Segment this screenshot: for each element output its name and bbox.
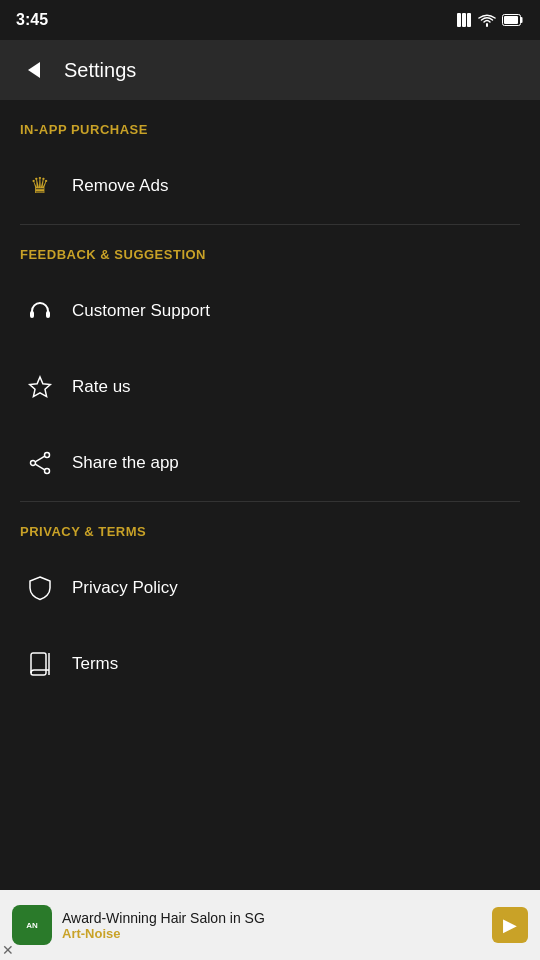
remove-ads-label: Remove Ads: [72, 176, 168, 196]
section-in-app-purchase: IN-APP PURCHASE: [0, 100, 540, 148]
svg-rect-6: [46, 311, 50, 318]
menu-item-share-app[interactable]: Share the app: [0, 425, 540, 501]
terms-label: Terms: [72, 654, 118, 674]
section-privacy-title: PRIVACY & TERMS: [20, 524, 146, 539]
star-icon: [27, 374, 53, 400]
ad-brand: Art-Noise: [62, 926, 492, 941]
menu-item-terms[interactable]: Terms: [0, 626, 540, 702]
svg-rect-4: [504, 16, 518, 24]
svg-rect-1: [462, 13, 466, 27]
ad-logo-text: AN: [26, 921, 38, 930]
rate-us-label: Rate us: [72, 377, 131, 397]
book-icon: [28, 651, 52, 677]
ad-banner[interactable]: ✕ AN Award-Winning Hair Salon in SG Art-…: [0, 890, 540, 960]
menu-item-privacy-policy[interactable]: Privacy Policy: [0, 550, 540, 626]
status-icons: [456, 13, 524, 27]
shield-icon: [28, 575, 52, 601]
ad-logo: AN: [12, 905, 52, 945]
back-button[interactable]: [16, 52, 52, 88]
book-icon-container: [20, 644, 60, 684]
ad-arrow-button[interactable]: ▶: [492, 907, 528, 943]
crown-icon: ♛: [30, 173, 50, 199]
svg-rect-2: [467, 13, 471, 27]
settings-content: IN-APP PURCHASE ♛ Remove Ads FEEDBACK & …: [0, 100, 540, 890]
sim-icon: [456, 13, 472, 27]
settings-header: Settings: [0, 40, 540, 100]
svg-marker-7: [30, 377, 51, 397]
ad-content: Award-Winning Hair Salon in SG Art-Noise: [62, 910, 492, 941]
privacy-policy-label: Privacy Policy: [72, 578, 178, 598]
crown-icon-container: ♛: [20, 166, 60, 206]
status-time: 3:45: [16, 11, 48, 29]
svg-point-9: [45, 469, 50, 474]
svg-line-12: [35, 464, 45, 470]
section-privacy: PRIVACY & TERMS: [0, 502, 540, 550]
section-feedback-title: FEEDBACK & SUGGESTION: [20, 247, 206, 262]
menu-item-remove-ads[interactable]: ♛ Remove Ads: [0, 148, 540, 224]
section-feedback: FEEDBACK & SUGGESTION: [0, 225, 540, 273]
svg-rect-13: [31, 653, 46, 675]
share-icon-container: [20, 443, 60, 483]
star-icon-container: [20, 367, 60, 407]
header-title: Settings: [64, 59, 136, 82]
customer-support-label: Customer Support: [72, 301, 210, 321]
share-icon: [27, 450, 53, 476]
ad-close-button[interactable]: ✕: [2, 942, 14, 958]
headphone-icon: [27, 298, 53, 324]
svg-rect-0: [457, 13, 461, 27]
back-arrow-icon: [28, 62, 40, 78]
status-bar: 3:45: [0, 0, 540, 40]
svg-point-8: [45, 453, 50, 458]
svg-rect-5: [30, 311, 34, 318]
section-in-app-purchase-title: IN-APP PURCHASE: [20, 122, 148, 137]
svg-point-10: [31, 461, 36, 466]
headphone-icon-container: [20, 291, 60, 331]
ad-title: Award-Winning Hair Salon in SG: [62, 910, 492, 926]
menu-item-customer-support[interactable]: Customer Support: [0, 273, 540, 349]
battery-icon: [502, 14, 524, 26]
share-app-label: Share the app: [72, 453, 179, 473]
shield-icon-container: [20, 568, 60, 608]
wifi-icon: [478, 13, 496, 27]
menu-item-rate-us[interactable]: Rate us: [0, 349, 540, 425]
ad-arrow-icon: ▶: [503, 914, 517, 936]
svg-line-11: [35, 456, 45, 462]
